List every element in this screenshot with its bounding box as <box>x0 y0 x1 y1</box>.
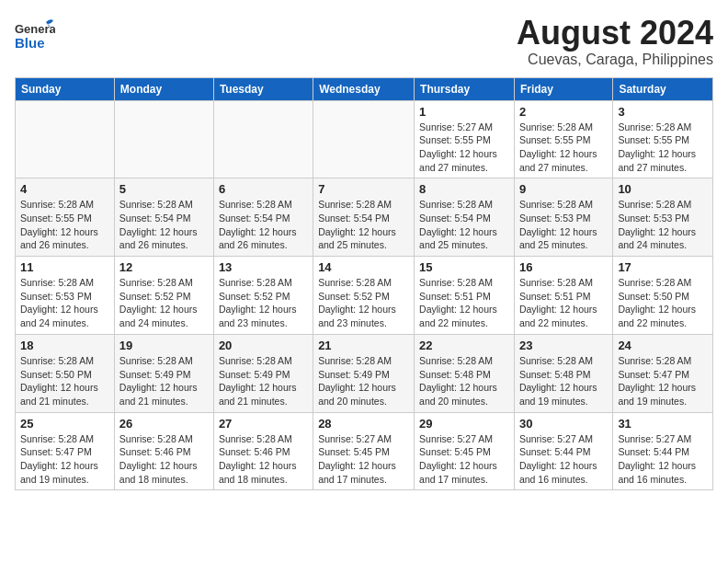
calendar-day-cell: 6Sunrise: 5:28 AM Sunset: 5:54 PM Daylig… <box>213 178 313 257</box>
day-number: 15 <box>419 260 509 274</box>
weekday-header-cell: Friday <box>514 77 612 100</box>
svg-text:General: General <box>15 22 55 36</box>
day-info: Sunrise: 5:28 AM Sunset: 5:54 PM Dayligh… <box>419 198 509 252</box>
calendar-day-cell: 26Sunrise: 5:28 AM Sunset: 5:46 PM Dayli… <box>114 412 213 490</box>
calendar-day-cell: 29Sunrise: 5:27 AM Sunset: 5:45 PM Dayli… <box>415 412 515 490</box>
day-number: 3 <box>618 105 708 119</box>
weekday-header-cell: Saturday <box>613 77 713 100</box>
calendar-day-cell: 11Sunrise: 5:28 AM Sunset: 5:53 PM Dayli… <box>16 257 115 335</box>
day-info: Sunrise: 5:28 AM Sunset: 5:52 PM Dayligh… <box>318 276 409 330</box>
calendar-day-cell: 17Sunrise: 5:28 AM Sunset: 5:50 PM Dayli… <box>613 257 713 335</box>
day-info: Sunrise: 5:28 AM Sunset: 5:50 PM Dayligh… <box>20 354 109 408</box>
day-number: 13 <box>219 260 308 274</box>
calendar-title: August 2024 <box>517 15 713 52</box>
calendar-day-cell: 1Sunrise: 5:27 AM Sunset: 5:55 PM Daylig… <box>415 100 515 178</box>
day-info: Sunrise: 5:28 AM Sunset: 5:46 PM Dayligh… <box>119 432 209 487</box>
page-header: General Blue August 2024 Cuevas, Caraga,… <box>15 15 713 68</box>
day-info: Sunrise: 5:28 AM Sunset: 5:49 PM Dayligh… <box>219 354 308 408</box>
day-info: Sunrise: 5:27 AM Sunset: 5:44 PM Dayligh… <box>519 432 608 487</box>
calendar-day-cell: 15Sunrise: 5:28 AM Sunset: 5:51 PM Dayli… <box>415 257 515 335</box>
day-number: 6 <box>219 182 308 196</box>
calendar-day-cell: 14Sunrise: 5:28 AM Sunset: 5:52 PM Dayli… <box>313 257 415 335</box>
calendar-day-cell: 20Sunrise: 5:28 AM Sunset: 5:49 PM Dayli… <box>213 334 313 412</box>
logo: General Blue <box>15 15 55 55</box>
day-info: Sunrise: 5:28 AM Sunset: 5:49 PM Dayligh… <box>119 354 209 408</box>
calendar-day-cell: 7Sunrise: 5:28 AM Sunset: 5:54 PM Daylig… <box>313 178 415 257</box>
day-info: Sunrise: 5:28 AM Sunset: 5:54 PM Dayligh… <box>318 198 409 252</box>
day-info: Sunrise: 5:28 AM Sunset: 5:51 PM Dayligh… <box>519 276 608 330</box>
day-number: 9 <box>519 182 608 196</box>
calendar-week-row: 11Sunrise: 5:28 AM Sunset: 5:53 PM Dayli… <box>16 257 713 335</box>
day-info: Sunrise: 5:28 AM Sunset: 5:55 PM Dayligh… <box>519 121 608 175</box>
calendar-day-cell <box>313 100 415 178</box>
calendar-day-cell <box>114 100 213 178</box>
day-info: Sunrise: 5:28 AM Sunset: 5:55 PM Dayligh… <box>20 198 109 252</box>
day-info: Sunrise: 5:28 AM Sunset: 5:46 PM Dayligh… <box>219 432 308 487</box>
day-info: Sunrise: 5:28 AM Sunset: 5:54 PM Dayligh… <box>219 198 308 252</box>
weekday-header-row: SundayMondayTuesdayWednesdayThursdayFrid… <box>16 77 713 100</box>
calendar-day-cell: 18Sunrise: 5:28 AM Sunset: 5:50 PM Dayli… <box>16 334 115 412</box>
day-info: Sunrise: 5:28 AM Sunset: 5:49 PM Dayligh… <box>318 354 409 408</box>
day-number: 4 <box>20 182 109 196</box>
calendar-table: SundayMondayTuesdayWednesdayThursdayFrid… <box>15 77 713 491</box>
calendar-day-cell: 30Sunrise: 5:27 AM Sunset: 5:44 PM Dayli… <box>514 412 612 490</box>
calendar-day-cell: 8Sunrise: 5:28 AM Sunset: 5:54 PM Daylig… <box>415 178 515 257</box>
day-info: Sunrise: 5:27 AM Sunset: 5:55 PM Dayligh… <box>419 121 509 175</box>
day-info: Sunrise: 5:28 AM Sunset: 5:48 PM Dayligh… <box>519 354 608 408</box>
calendar-day-cell: 3Sunrise: 5:28 AM Sunset: 5:55 PM Daylig… <box>613 100 713 178</box>
calendar-week-row: 18Sunrise: 5:28 AM Sunset: 5:50 PM Dayli… <box>16 334 713 412</box>
day-number: 5 <box>119 182 209 196</box>
weekday-header-cell: Sunday <box>16 77 115 100</box>
calendar-day-cell: 4Sunrise: 5:28 AM Sunset: 5:55 PM Daylig… <box>16 178 115 257</box>
weekday-header-cell: Wednesday <box>313 77 415 100</box>
day-number: 23 <box>519 339 608 352</box>
weekday-header-cell: Monday <box>114 77 213 100</box>
day-number: 17 <box>618 260 708 274</box>
day-number: 19 <box>119 339 209 352</box>
calendar-day-cell: 10Sunrise: 5:28 AM Sunset: 5:53 PM Dayli… <box>613 178 713 257</box>
calendar-week-row: 25Sunrise: 5:28 AM Sunset: 5:47 PM Dayli… <box>16 412 713 490</box>
calendar-body: 1Sunrise: 5:27 AM Sunset: 5:55 PM Daylig… <box>16 100 713 490</box>
day-number: 30 <box>519 417 608 431</box>
calendar-day-cell <box>16 100 115 178</box>
calendar-day-cell: 16Sunrise: 5:28 AM Sunset: 5:51 PM Dayli… <box>514 257 612 335</box>
day-number: 18 <box>20 339 109 352</box>
calendar-day-cell: 13Sunrise: 5:28 AM Sunset: 5:52 PM Dayli… <box>213 257 313 335</box>
day-info: Sunrise: 5:28 AM Sunset: 5:53 PM Dayligh… <box>519 198 608 252</box>
day-info: Sunrise: 5:28 AM Sunset: 5:51 PM Dayligh… <box>419 276 509 330</box>
calendar-day-cell: 23Sunrise: 5:28 AM Sunset: 5:48 PM Dayli… <box>514 334 612 412</box>
calendar-subtitle: Cuevas, Caraga, Philippines <box>517 52 713 68</box>
day-number: 2 <box>519 105 608 119</box>
svg-text:Blue: Blue <box>15 35 45 51</box>
weekday-header-cell: Thursday <box>415 77 515 100</box>
weekday-header-cell: Tuesday <box>213 77 313 100</box>
calendar-day-cell: 27Sunrise: 5:28 AM Sunset: 5:46 PM Dayli… <box>213 412 313 490</box>
day-number: 12 <box>119 260 209 274</box>
day-number: 29 <box>419 417 509 431</box>
calendar-day-cell <box>213 100 313 178</box>
day-info: Sunrise: 5:28 AM Sunset: 5:47 PM Dayligh… <box>618 354 708 408</box>
day-number: 20 <box>219 339 308 352</box>
calendar-day-cell: 2Sunrise: 5:28 AM Sunset: 5:55 PM Daylig… <box>514 100 612 178</box>
calendar-day-cell: 31Sunrise: 5:27 AM Sunset: 5:44 PM Dayli… <box>613 412 713 490</box>
day-number: 7 <box>318 182 409 196</box>
day-number: 25 <box>20 417 109 431</box>
calendar-day-cell: 5Sunrise: 5:28 AM Sunset: 5:54 PM Daylig… <box>114 178 213 257</box>
day-number: 27 <box>219 417 308 431</box>
calendar-day-cell: 22Sunrise: 5:28 AM Sunset: 5:48 PM Dayli… <box>415 334 515 412</box>
calendar-week-row: 1Sunrise: 5:27 AM Sunset: 5:55 PM Daylig… <box>16 100 713 178</box>
day-number: 31 <box>618 417 708 431</box>
day-info: Sunrise: 5:27 AM Sunset: 5:44 PM Dayligh… <box>618 432 708 487</box>
calendar-day-cell: 9Sunrise: 5:28 AM Sunset: 5:53 PM Daylig… <box>514 178 612 257</box>
calendar-day-cell: 28Sunrise: 5:27 AM Sunset: 5:45 PM Dayli… <box>313 412 415 490</box>
calendar-day-cell: 12Sunrise: 5:28 AM Sunset: 5:52 PM Dayli… <box>114 257 213 335</box>
day-info: Sunrise: 5:28 AM Sunset: 5:52 PM Dayligh… <box>219 276 308 330</box>
day-info: Sunrise: 5:28 AM Sunset: 5:48 PM Dayligh… <box>419 354 509 408</box>
day-number: 21 <box>318 339 409 352</box>
day-info: Sunrise: 5:28 AM Sunset: 5:52 PM Dayligh… <box>119 276 209 330</box>
day-info: Sunrise: 5:28 AM Sunset: 5:55 PM Dayligh… <box>618 121 708 175</box>
calendar-day-cell: 19Sunrise: 5:28 AM Sunset: 5:49 PM Dayli… <box>114 334 213 412</box>
day-number: 11 <box>20 260 109 274</box>
day-number: 26 <box>119 417 209 431</box>
day-number: 1 <box>419 105 509 119</box>
